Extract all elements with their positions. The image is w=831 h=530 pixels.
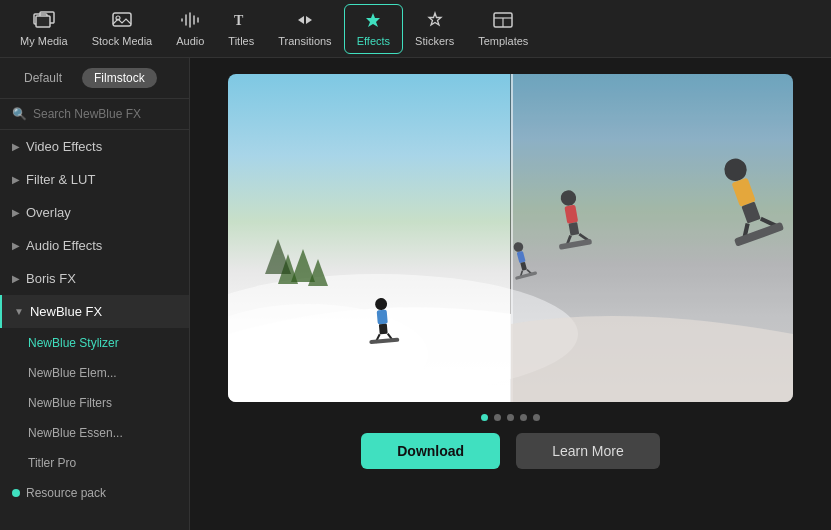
sidebar-item-newblue-stylizer[interactable]: NewBlue Stylizer [0,328,189,358]
transitions-icon [294,11,316,32]
sidebar: Default Filmstock 🔍 ▶ Video Effects ▶ Fi… [0,58,190,530]
nav-effects[interactable]: Effects [344,4,403,54]
nav-my-media-label: My Media [20,35,68,47]
audio-icon [180,11,200,32]
download-button[interactable]: Download [361,433,500,469]
group-video-effects-header[interactable]: ▶ Video Effects [0,130,189,163]
stickers-icon [424,11,446,32]
nav-my-media[interactable]: My Media [8,5,80,53]
preview-container [228,74,793,402]
dot-2[interactable] [494,414,501,421]
chevron-right-icon-5: ▶ [12,273,20,284]
sidebar-item-newblue-filters[interactable]: NewBlue Filters [0,388,189,418]
group-audio-effects-header[interactable]: ▶ Audio Effects [0,229,189,262]
templates-icon [492,11,514,32]
filter-tabs: Default Filmstock [0,58,189,99]
chevron-right-icon: ▶ [12,141,20,152]
nav-titles[interactable]: T Titles [216,5,266,53]
group-filter-lut: ▶ Filter & LUT [0,163,189,196]
dot-5[interactable] [533,414,540,421]
nav-stock-media[interactable]: Stock Media [80,5,165,53]
nav-stock-media-label: Stock Media [92,35,153,47]
dot-3[interactable] [507,414,514,421]
chevron-right-icon-2: ▶ [12,174,20,185]
stock-media-icon [111,11,133,32]
filter-tab-filmstock[interactable]: Filmstock [82,68,157,88]
nav-effects-label: Effects [357,35,390,47]
nav-stickers-label: Stickers [415,35,454,47]
nav-stickers[interactable]: Stickers [403,5,466,53]
dot-4[interactable] [520,414,527,421]
chevron-right-icon-3: ▶ [12,207,20,218]
action-buttons: Download Learn More [361,433,659,469]
nav-templates[interactable]: Templates [466,5,540,53]
my-media-icon [33,11,55,32]
effects-icon [362,11,384,32]
sidebar-item-newblue-elem[interactable]: NewBlue Elem... [0,358,189,388]
nav-titles-label: Titles [228,35,254,47]
svg-rect-3 [113,13,131,26]
svg-marker-14 [265,239,291,274]
svg-rect-35 [379,324,388,335]
group-audio-effects: ▶ Audio Effects [0,229,189,262]
learn-more-button[interactable]: Learn More [516,433,660,469]
preview-svg [228,74,793,402]
search-icon: 🔍 [12,107,27,121]
sidebar-item-titler-pro[interactable]: Titler Pro [0,448,189,478]
group-newblue-fx: ▼ NewBlue FX NewBlue Stylizer NewBlue El… [0,295,189,478]
nav-audio[interactable]: Audio [164,5,216,53]
chevron-right-icon-4: ▶ [12,240,20,251]
group-boris-fx-header[interactable]: ▶ Boris FX [0,262,189,295]
chevron-down-icon: ▼ [14,306,24,317]
sidebar-list: ▶ Video Effects ▶ Filter & LUT ▶ Overlay [0,130,189,530]
nav-templates-label: Templates [478,35,528,47]
content-area: Download Learn More [190,58,831,530]
nav-transitions[interactable]: Transitions [266,5,343,53]
titles-icon: T [231,11,251,32]
resource-dot-icon [12,489,20,497]
svg-rect-2 [36,16,50,27]
nav-audio-label: Audio [176,35,204,47]
group-newblue-fx-header[interactable]: ▼ NewBlue FX [0,295,189,328]
group-video-effects: ▶ Video Effects [0,130,189,163]
search-input[interactable] [33,107,177,121]
nav-transitions-label: Transitions [278,35,331,47]
dot-1[interactable] [481,414,488,421]
resource-pack-item[interactable]: Resource pack [0,478,189,508]
main-layout: Default Filmstock 🔍 ▶ Video Effects ▶ Fi… [0,58,831,530]
group-overlay: ▶ Overlay [0,196,189,229]
search-bar: 🔍 [0,99,189,130]
svg-rect-39 [511,74,793,402]
svg-text:T: T [234,13,244,28]
svg-rect-34 [377,310,388,325]
group-filter-lut-header[interactable]: ▶ Filter & LUT [0,163,189,196]
group-overlay-header[interactable]: ▶ Overlay [0,196,189,229]
filter-tab-default[interactable]: Default [12,68,74,88]
sidebar-item-newblue-essen[interactable]: NewBlue Essen... [0,418,189,448]
dots-indicator [481,414,540,421]
top-navigation: My Media Stock Media Audio T [0,0,831,58]
group-boris-fx: ▶ Boris FX [0,262,189,295]
